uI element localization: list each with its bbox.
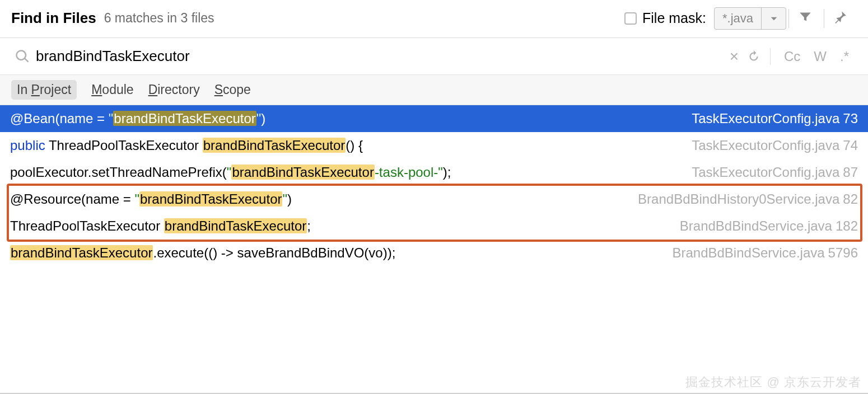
results-list: @Bean(name = "brandBindTaskExecutor")Tas… (0, 105, 868, 266)
result-code: ThreadPoolTaskExecutor brandBindTaskExec… (10, 218, 311, 234)
result-location: BrandBdBindHistory0Service.java82 (638, 191, 858, 207)
filter-icon[interactable] (789, 10, 822, 27)
file-mask-label: File mask: (642, 10, 706, 26)
result-row[interactable]: @Resource(name = "brandBindTaskExecutor"… (0, 186, 868, 213)
scope-tabs: In Project Module Directory Scope (0, 75, 868, 105)
clear-search-icon[interactable]: × (726, 48, 742, 65)
result-row[interactable]: @Bean(name = "brandBindTaskExecutor")Tas… (0, 105, 868, 132)
match-case-toggle[interactable]: Cc (780, 46, 805, 67)
scope-scope[interactable]: Scope (214, 82, 251, 97)
result-row[interactable]: ThreadPoolTaskExecutor brandBindTaskExec… (0, 213, 868, 240)
search-input[interactable] (36, 48, 726, 65)
file-mask-value: *.java (715, 11, 761, 26)
search-icon (15, 49, 30, 64)
scope-in-project[interactable]: In Project (11, 80, 77, 100)
pin-icon[interactable] (824, 10, 857, 27)
result-location: TaskExecutorConfig.java74 (692, 138, 858, 153)
history-icon[interactable] (746, 49, 761, 64)
dialog-header: Find in Files 6 matches in 3 files File … (0, 0, 868, 38)
whole-words-toggle[interactable]: W (809, 46, 831, 67)
scope-module[interactable]: Module (91, 82, 133, 97)
search-row: × Cc W .* (0, 38, 868, 75)
result-code: @Bean(name = "brandBindTaskExecutor") (10, 111, 265, 126)
result-row[interactable]: poolExecutor.setThreadNamePrefix("brandB… (0, 159, 868, 186)
result-location: BrandBdBindService.java5796 (672, 245, 858, 261)
file-mask-dropdown[interactable]: *.java (714, 7, 786, 30)
regex-toggle[interactable]: .* (836, 46, 853, 67)
result-code: public ThreadPoolTaskExecutor brandBindT… (10, 138, 363, 153)
match-summary: 6 matches in 3 files (104, 11, 214, 26)
result-row[interactable]: public ThreadPoolTaskExecutor brandBindT… (0, 132, 868, 159)
result-code: poolExecutor.setThreadNamePrefix("brandB… (10, 165, 451, 180)
chevron-down-icon[interactable] (761, 7, 786, 30)
scope-directory[interactable]: Directory (148, 82, 200, 97)
result-row[interactable]: brandBindTaskExecutor.execute(() -> save… (0, 240, 868, 266)
result-code: brandBindTaskExecutor.execute(() -> save… (10, 245, 395, 261)
dialog-title: Find in Files (11, 10, 96, 27)
result-location: TaskExecutorConfig.java73 (692, 111, 858, 126)
file-mask-checkbox[interactable] (624, 12, 637, 25)
result-location: BrandBdBindService.java182 (680, 218, 858, 234)
watermark: 掘金技术社区 @ 京东云开发者 (685, 374, 861, 391)
result-location: TaskExecutorConfig.java87 (692, 165, 858, 180)
result-code: @Resource(name = "brandBindTaskExecutor"… (10, 191, 292, 207)
